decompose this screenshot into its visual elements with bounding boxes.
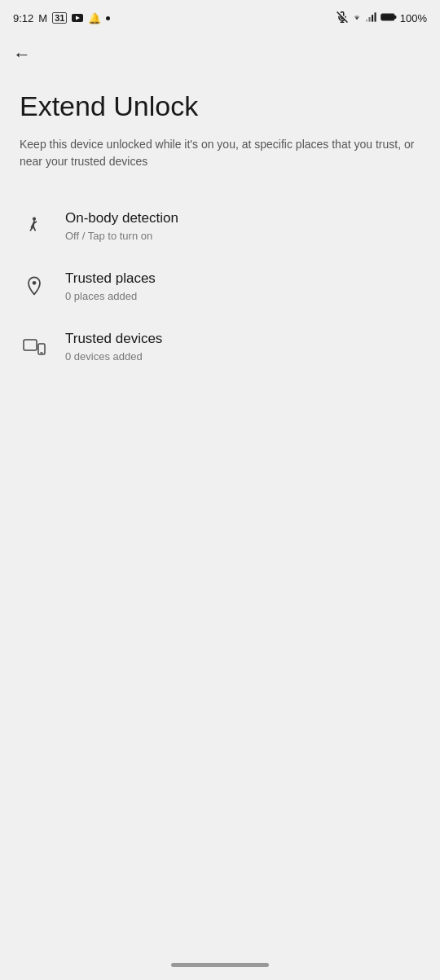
mute-icon	[337, 11, 348, 25]
status-left: 9:12 M 31 🔔	[13, 12, 110, 24]
svg-rect-7	[372, 15, 373, 21]
svg-rect-8	[374, 12, 376, 21]
walking-icon	[20, 212, 49, 241]
battery-icon	[381, 12, 397, 24]
svg-rect-6	[368, 17, 370, 22]
on-body-detection-subtitle: Off / Tap to turn on	[65, 230, 178, 244]
location-icon	[20, 272, 49, 301]
signal-icon	[366, 12, 377, 24]
trusted-devices-title: Trusted devices	[65, 330, 162, 348]
status-right: 100%	[337, 11, 427, 25]
trusted-places-item[interactable]: Trusted places 0 places added	[20, 257, 420, 317]
on-body-detection-text: On-body detection Off / Tap to turn on	[65, 209, 178, 244]
on-body-detection-title: On-body detection	[65, 209, 178, 227]
trusted-devices-subtitle: 0 devices added	[65, 350, 162, 364]
back-arrow-icon: ←	[13, 44, 31, 64]
main-content: Extend Unlock Keep this device unlocked …	[0, 70, 440, 397]
back-button[interactable]: ←	[0, 33, 440, 70]
devices-icon	[20, 332, 49, 362]
home-indicator	[171, 963, 269, 967]
trusted-devices-item[interactable]: Trusted devices 0 devices added	[20, 317, 420, 377]
trusted-places-text: Trusted places 0 places added	[65, 270, 156, 304]
trusted-places-subtitle: 0 places added	[65, 290, 156, 304]
page-title: Extend Unlock	[20, 90, 420, 123]
status-bar: 9:12 M 31 🔔	[0, 0, 440, 33]
notifications-icon: 🔔	[88, 12, 101, 24]
on-body-detection-item[interactable]: On-body detection Off / Tap to turn on	[20, 196, 420, 257]
svg-rect-11	[381, 14, 394, 19]
wifi-icon	[351, 12, 363, 24]
svg-rect-10	[394, 15, 396, 18]
page-description: Keep this device unlocked while it's on …	[20, 136, 420, 170]
youtube-icon	[72, 12, 83, 24]
battery-percent: 100%	[400, 12, 427, 24]
status-time: 9:12	[13, 12, 33, 24]
svg-rect-5	[366, 19, 367, 21]
trusted-devices-text: Trusted devices 0 devices added	[65, 330, 162, 364]
svg-point-18	[33, 281, 37, 285]
dot-indicator	[106, 16, 110, 20]
calendar-icon: 31	[52, 12, 67, 24]
gmail-icon: M	[38, 12, 47, 24]
svg-line-15	[33, 226, 35, 231]
trusted-places-title: Trusted places	[65, 270, 156, 288]
svg-rect-19	[24, 340, 37, 350]
